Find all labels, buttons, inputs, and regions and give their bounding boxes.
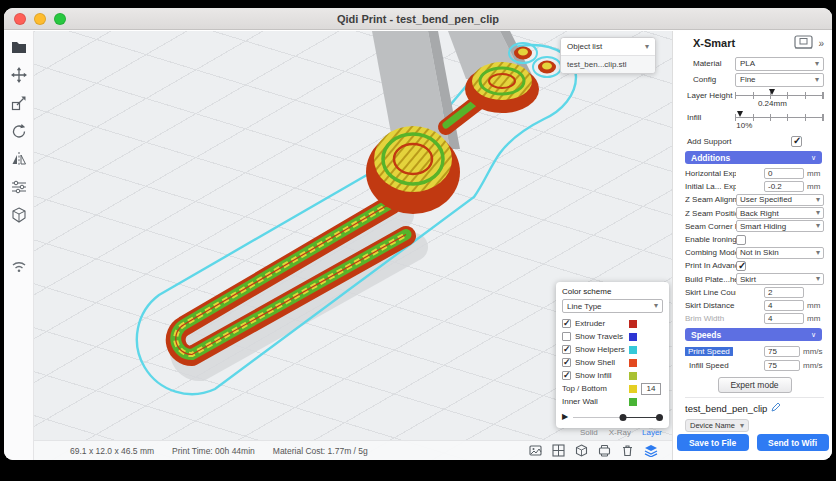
legend-label: Extruder: [575, 319, 625, 328]
scale-icon[interactable]: [8, 92, 30, 113]
per-model-settings-icon[interactable]: [8, 176, 30, 197]
print-preview-icon[interactable]: [598, 444, 611, 457]
play-icon[interactable]: ▶: [562, 413, 568, 421]
chevron-icon: ∨: [811, 331, 816, 339]
layer-height-slider[interactable]: 0.24mm: [735, 89, 824, 111]
material-label: Material: [693, 59, 735, 68]
build-plate-icon[interactable]: [552, 444, 565, 457]
add-support-checkbox[interactable]: [791, 136, 802, 147]
snapshot-icon[interactable]: [529, 444, 542, 457]
chevron-down-icon: ▾: [654, 302, 658, 310]
config-dropdown[interactable]: Fine ▾: [735, 73, 824, 87]
expert-mode-button[interactable]: Expert mode: [718, 377, 792, 393]
material-dropdown[interactable]: PLA ▾: [735, 57, 824, 71]
setting-row: Skirt Line Count 2: [685, 286, 824, 299]
chevron-icon: ∨: [811, 154, 816, 162]
edit-job-name-icon[interactable]: [771, 402, 781, 414]
setting-input[interactable]: -0.2: [764, 181, 804, 192]
additions-section-header[interactable]: Additions ∨: [685, 151, 822, 164]
setting-dropdown[interactable]: Not in Skin▾: [736, 247, 824, 259]
setting-input[interactable]: 0: [764, 168, 804, 179]
printer-icon[interactable]: [794, 35, 813, 52]
open-file-icon[interactable]: [8, 36, 30, 57]
move-icon[interactable]: [8, 64, 30, 85]
unit-label: mm: [804, 169, 824, 178]
setting-row: Print In Advance: [685, 259, 824, 272]
setting-row: Print Speed 75mm/s: [685, 344, 824, 358]
setting-dropdown[interactable]: Smart Hiding▾: [736, 220, 824, 232]
chevron-down-icon: ▾: [815, 60, 819, 68]
view-mode-layer[interactable]: Layer: [642, 428, 662, 437]
layer-height-label: Layer Height: [687, 89, 735, 100]
line-type-value: Line Type: [567, 302, 602, 311]
double-chevron-right-icon[interactable]: »: [818, 38, 824, 49]
show-travels-checkbox[interactable]: [562, 332, 571, 341]
legend-row-shell: Show Shell: [562, 356, 663, 369]
setting-dropdown[interactable]: Skirt▾: [736, 273, 824, 285]
setting-checkbox[interactable]: [736, 261, 746, 271]
wifi-icon[interactable]: [8, 256, 30, 277]
setting-label: Combing Mode: [685, 248, 736, 257]
infill-slider[interactable]: 10%: [735, 111, 824, 133]
layer-view-icon[interactable]: [644, 444, 658, 457]
legend-row-infill: Show Infill: [562, 369, 663, 382]
legend-row-extruder: Extruder: [562, 317, 663, 330]
printer-name: X-Smart: [693, 37, 789, 49]
slider-handle-min[interactable]: [620, 414, 627, 421]
color-swatch: [629, 359, 637, 367]
layer-range-slider[interactable]: [573, 412, 663, 423]
setting-input[interactable]: 2: [764, 287, 804, 298]
save-to-file-button[interactable]: Save to File: [677, 434, 749, 451]
object-list-item[interactable]: test_ben...clip.stl: [561, 56, 655, 73]
device-name-dropdown[interactable]: Device Name ▾: [685, 419, 749, 432]
support-blocker-icon[interactable]: [8, 204, 30, 225]
slider-marker[interactable]: [769, 89, 775, 98]
setting-input[interactable]: 75: [764, 346, 800, 357]
send-to-wifi-button[interactable]: Send to Wifi: [757, 434, 829, 451]
setting-row: Brim Width 4mm: [685, 312, 824, 325]
trash-icon[interactable]: [621, 444, 634, 457]
3d-viewport[interactable]: Object list ▾ test_ben...clip.stl Color …: [34, 31, 672, 460]
setting-input[interactable]: 75: [764, 360, 800, 371]
setting-checkbox[interactable]: [736, 235, 746, 245]
infill-label: Infill: [687, 111, 735, 122]
device-name-label: Device Name: [690, 421, 735, 430]
show-shell-checkbox[interactable]: [562, 358, 571, 367]
extruder-checkbox[interactable]: [562, 319, 571, 328]
speeds-section-header[interactable]: Speeds ∨: [685, 328, 822, 341]
material-value: PLA: [740, 59, 755, 68]
layer-height-value: 0.24mm: [758, 99, 787, 108]
zoom-window-button[interactable]: [54, 13, 66, 25]
view-mode-xray[interactable]: X-Ray: [609, 428, 631, 437]
model-cube-icon[interactable]: [575, 444, 588, 457]
setting-label: Horizontal Expansion: [685, 169, 736, 178]
status-bar: 69.1 x 12.0 x 46.5 mm Print Time: 00h 44…: [34, 440, 672, 460]
object-list-dropdown[interactable]: Object list ▾: [561, 38, 655, 56]
minimize-window-button[interactable]: [34, 13, 46, 25]
material-cost: Material Cost: 1.77m / 5g: [273, 446, 368, 456]
legend-label: Show Travels: [575, 332, 625, 341]
close-window-button[interactable]: [14, 13, 26, 25]
view-mode-solid[interactable]: Solid: [580, 428, 598, 437]
show-infill-checkbox[interactable]: [562, 371, 571, 380]
rotate-icon[interactable]: [8, 120, 30, 141]
setting-input[interactable]: 4: [764, 300, 804, 311]
legend-row-top-bottom: Top / Bottom 14: [562, 382, 663, 395]
slider-marker[interactable]: [737, 111, 743, 120]
layer-number-input[interactable]: 14: [641, 383, 661, 395]
legend-label: Show Helpers: [575, 345, 625, 354]
setting-dropdown[interactable]: Back Right▾: [736, 207, 824, 219]
slider-handle-max[interactable]: [656, 414, 663, 421]
color-scheme-title: Color scheme: [562, 287, 663, 296]
legend-row-inner-wall: Inner Wall: [562, 395, 663, 408]
legend-row-helpers: Show Helpers: [562, 343, 663, 356]
show-helpers-checkbox[interactable]: [562, 345, 571, 354]
config-value: Fine: [740, 75, 756, 84]
setting-label: Brim Width: [685, 314, 736, 323]
setting-input[interactable]: 4: [764, 313, 804, 324]
setting-dropdown[interactable]: User Specified▾: [736, 194, 824, 206]
line-type-dropdown[interactable]: Line Type ▾: [562, 299, 663, 313]
mirror-icon[interactable]: [8, 148, 30, 169]
color-swatch: [629, 346, 637, 354]
color-swatch: [629, 333, 637, 341]
